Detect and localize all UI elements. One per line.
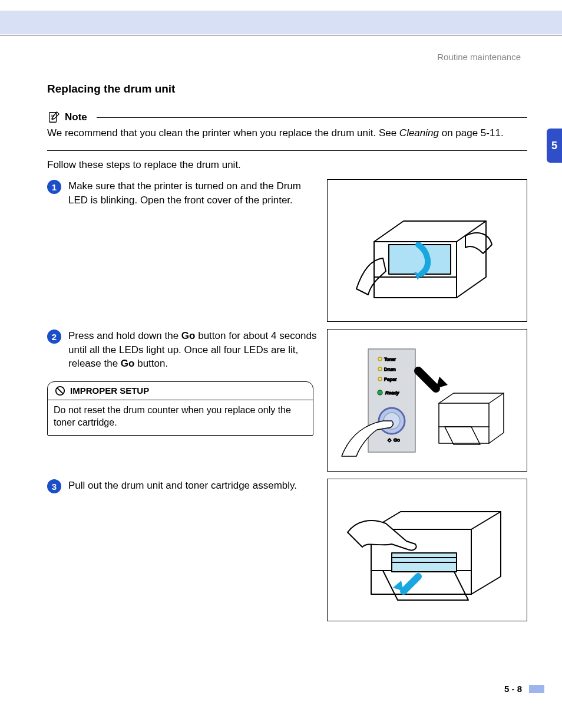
svg-rect-6 <box>368 349 415 452</box>
section-thumb-tab: 5 <box>547 129 562 163</box>
step-text: Press and hold down the Go button for ab… <box>68 329 322 370</box>
led-toner-label: Toner <box>384 357 396 362</box>
page: Routine maintenance 5 Replacing the drum… <box>0 0 562 728</box>
note-text-suffix: on page 5-11. <box>439 127 504 139</box>
callout-title: IMPROPER SETUP <box>70 386 149 396</box>
svg-line-5 <box>57 388 63 394</box>
led-paper-label: Paper <box>384 377 397 382</box>
printer-open-cover-illustration <box>339 189 515 312</box>
separator <box>47 150 527 151</box>
section-header: Routine maintenance <box>437 52 521 62</box>
section-number: 5 <box>551 140 557 152</box>
page-content: Replacing the drum unit Note We recommen… <box>47 83 527 628</box>
page-title: Replacing the drum unit <box>47 83 527 95</box>
prohibited-icon <box>55 386 65 396</box>
page-footer: 5 - 8 <box>504 684 544 694</box>
figure-press-go: Toner Drum Paper Ready ◇ Go <box>327 329 527 472</box>
note-header: Note <box>47 111 527 124</box>
led-ready-label: Ready <box>385 390 399 396</box>
footer-tab <box>529 685 544 693</box>
note-xref: Cleaning <box>399 127 439 139</box>
callout-title-row: IMPROPER SETUP <box>48 382 313 400</box>
improper-setup-callout: IMPROPER SETUP Do not reset the drum cou… <box>47 381 313 436</box>
callout-body: Do not reset the drum counter when you r… <box>48 400 313 435</box>
step-text: Pull out the drum unit and toner cartrid… <box>68 479 322 492</box>
note-rule <box>97 117 527 118</box>
note-body: We recommend that you clean the printer … <box>47 126 527 140</box>
step-number-badge: 2 <box>47 330 61 344</box>
note-icon <box>47 111 60 124</box>
intro-text: Follow these steps to replace the drum u… <box>47 159 527 171</box>
step-text: Make sure that the printer is turned on … <box>68 179 322 207</box>
led-drum-label: Drum <box>384 367 396 372</box>
note-label: Note <box>65 111 87 123</box>
figure-pull-drum <box>327 479 527 621</box>
page-number: 5 - 8 <box>504 684 522 694</box>
note-text-prefix: We recommend that you clean the printer … <box>47 127 399 139</box>
step-number-badge: 3 <box>47 479 61 493</box>
svg-text:Go: Go <box>394 437 400 443</box>
svg-point-10 <box>378 390 382 395</box>
header-band <box>0 11 562 34</box>
go-button-label: ◇ <box>388 437 392 443</box>
steps-container: 1 Make sure that the printer is turned o… <box>47 179 527 628</box>
figure-open-cover <box>327 179 527 322</box>
printer-pull-drum-illustration <box>336 488 518 612</box>
step-number-badge: 1 <box>47 180 61 194</box>
printer-go-button-illustration: Toner Drum Paper Ready ◇ Go <box>336 338 518 462</box>
